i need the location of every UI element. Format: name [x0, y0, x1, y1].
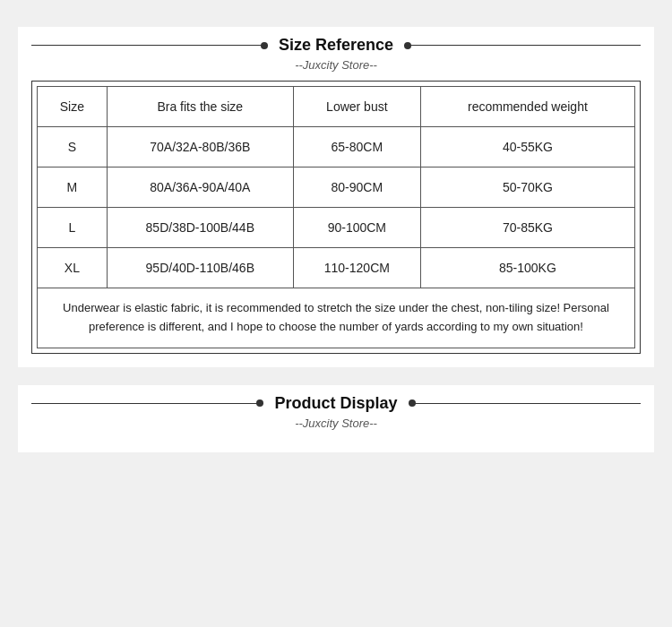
- section2-subtitle: --Juxcity Store--: [31, 417, 641, 430]
- note-text: Underwear is elastic fabric, it is recom…: [38, 288, 635, 348]
- cell-size-m: M: [38, 167, 108, 208]
- cell-bust-m: 80-90CM: [293, 167, 420, 208]
- size-reference-section: Size Reference --Juxcity Store-- Size Br…: [18, 27, 654, 367]
- section1-subtitle: --Juxcity Store--: [31, 58, 641, 72]
- table-row: XL 95D/40D-110B/46B 110-120CM 85-100KG: [38, 248, 635, 288]
- cell-bust-l: 90-100CM: [293, 208, 420, 248]
- table-body: S 70A/32A-80B/36B 65-80CM 40-55KG M 80A/…: [38, 127, 635, 348]
- section2-title: Product Display: [263, 394, 408, 413]
- table-head: Size Bra fits the size Lower bust recomm…: [38, 87, 635, 127]
- cell-size-xl: XL: [38, 248, 108, 288]
- section1-header: Size Reference: [31, 36, 641, 55]
- table-row: M 80A/36A-90A/40A 80-90CM 50-70KG: [38, 167, 635, 208]
- cell-size-s: S: [38, 127, 108, 167]
- col-header-size: Size: [38, 87, 108, 127]
- table-row: L 85D/38D-100B/44B 90-100CM 70-85KG: [38, 208, 635, 248]
- col-header-bust: Lower bust: [293, 87, 420, 127]
- header2-line-right: [409, 403, 641, 404]
- cell-bra-m: 80A/36A-90A/40A: [107, 167, 293, 208]
- cell-bra-l: 85D/38D-100B/44B: [107, 208, 293, 248]
- cell-bust-xl: 110-120CM: [293, 248, 420, 288]
- cell-weight-s: 40-55KG: [420, 127, 634, 167]
- col-header-weight: recommended weight: [420, 87, 634, 127]
- table-row: S 70A/32A-80B/36B 65-80CM 40-55KG: [38, 127, 635, 167]
- cell-bra-xl: 95D/40D-110B/46B: [107, 248, 293, 288]
- cell-weight-l: 70-85KG: [420, 208, 634, 248]
- header-line-right: [404, 45, 641, 46]
- product-display-section: Product Display --Juxcity Store--: [18, 385, 654, 452]
- size-table: Size Bra fits the size Lower bust recomm…: [37, 86, 635, 348]
- cell-size-l: L: [38, 208, 108, 248]
- header-line-left: [31, 45, 268, 46]
- header2-line-left: [31, 403, 263, 404]
- cell-weight-xl: 85-100KG: [420, 248, 634, 288]
- table-container: Size Bra fits the size Lower bust recomm…: [31, 81, 641, 354]
- cell-weight-m: 50-70KG: [420, 167, 634, 208]
- note-row: Underwear is elastic fabric, it is recom…: [38, 288, 635, 348]
- cell-bust-s: 65-80CM: [293, 127, 420, 167]
- table-header-row: Size Bra fits the size Lower bust recomm…: [38, 87, 635, 127]
- cell-bra-s: 70A/32A-80B/36B: [107, 127, 293, 167]
- section2-header: Product Display: [31, 394, 641, 413]
- col-header-bra: Bra fits the size: [107, 87, 293, 127]
- section1-title: Size Reference: [268, 36, 404, 55]
